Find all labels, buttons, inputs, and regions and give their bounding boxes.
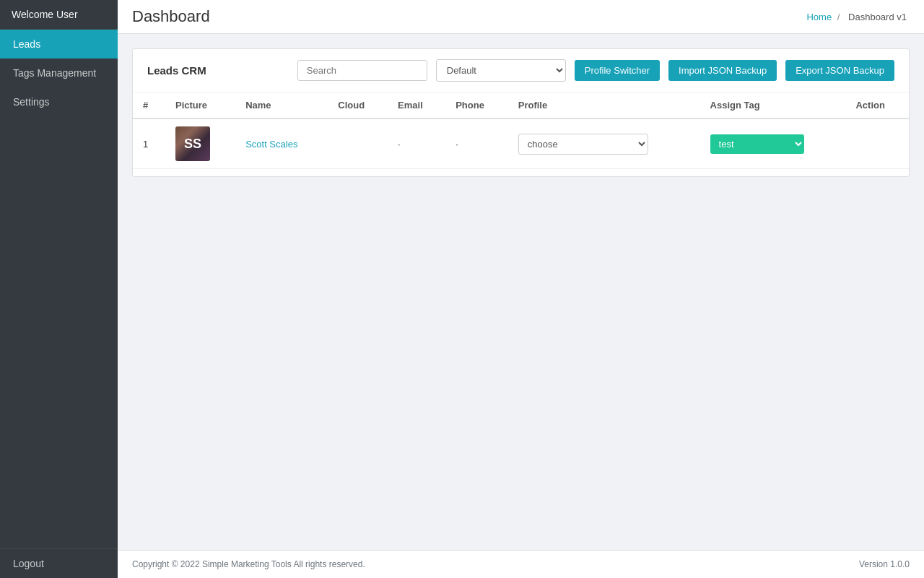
sidebar-user-label: Welcome User (0, 0, 118, 30)
leads-card: Leads CRM Default Profile Switcher Impor… (132, 48, 910, 177)
profile-switcher-button[interactable]: Profile Switcher (575, 60, 660, 81)
col-cloud: Cloud (328, 92, 388, 118)
sidebar-nav: Leads Tags Management Settings (0, 30, 118, 548)
col-assign-tag: Assign Tag (700, 92, 846, 118)
breadcrumb-separator: / (837, 12, 840, 22)
card-header: Leads CRM Default Profile Switcher Impor… (133, 49, 909, 92)
cell-tag: test (700, 118, 846, 169)
profile-select[interactable]: choose (518, 134, 648, 155)
search-input[interactable] (297, 60, 427, 81)
content-area: Leads CRM Default Profile Switcher Impor… (118, 34, 924, 550)
lead-name-link[interactable]: Scott Scales (245, 139, 297, 150)
cell-name: Scott Scales (235, 118, 328, 169)
table-body: 1 SS Scott Scales · · (133, 118, 909, 169)
col-email: Email (388, 92, 445, 118)
sidebar: Welcome User Leads Tags Management Setti… (0, 0, 118, 578)
import-backup-button[interactable]: Import JSON Backup (668, 60, 777, 81)
top-header: Dashboard Home / Dashboard v1 (118, 0, 924, 34)
cell-profile: choose (508, 118, 700, 169)
footer-copyright: Copyright © 2022 Simple Marketing Tools … (132, 559, 365, 569)
footer-version: Version 1.0.0 (859, 559, 910, 569)
default-select[interactable]: Default (436, 59, 566, 82)
col-profile: Profile (508, 92, 700, 118)
cell-action (845, 118, 909, 169)
cell-cloud (328, 118, 388, 169)
sidebar-item-settings[interactable]: Settings (0, 87, 118, 116)
table-head: # Picture Name Cloud Email Phone Profile… (133, 92, 909, 118)
table-row: 1 SS Scott Scales · · (133, 118, 909, 169)
leads-table-container: # Picture Name Cloud Email Phone Profile… (133, 92, 909, 176)
export-backup-button[interactable]: Export JSON Backup (785, 60, 894, 81)
page-title: Dashboard (132, 7, 210, 26)
col-action: Action (845, 92, 909, 118)
col-name: Name (235, 92, 328, 118)
cell-number: 1 (133, 118, 165, 169)
cell-picture: SS (165, 118, 235, 169)
logout-button[interactable]: Logout (0, 548, 118, 578)
cell-email: · (388, 118, 445, 169)
col-number: # (133, 92, 165, 118)
card-title: Leads CRM (147, 64, 206, 77)
leads-table: # Picture Name Cloud Email Phone Profile… (133, 92, 909, 169)
main-content: Dashboard Home / Dashboard v1 Leads CRM … (118, 0, 924, 578)
col-picture: Picture (165, 92, 235, 118)
breadcrumb-current: Dashboard v1 (848, 12, 907, 22)
tag-select[interactable]: test (710, 134, 804, 154)
cell-phone: · (445, 118, 508, 169)
sidebar-item-tags-management[interactable]: Tags Management (0, 59, 118, 87)
footer: Copyright © 2022 Simple Marketing Tools … (118, 550, 924, 578)
avatar: SS (175, 126, 210, 161)
breadcrumb-home-link[interactable]: Home (806, 12, 832, 22)
sidebar-item-leads[interactable]: Leads (0, 30, 118, 59)
col-phone: Phone (445, 92, 508, 118)
breadcrumb: Home / Dashboard v1 (806, 12, 910, 22)
